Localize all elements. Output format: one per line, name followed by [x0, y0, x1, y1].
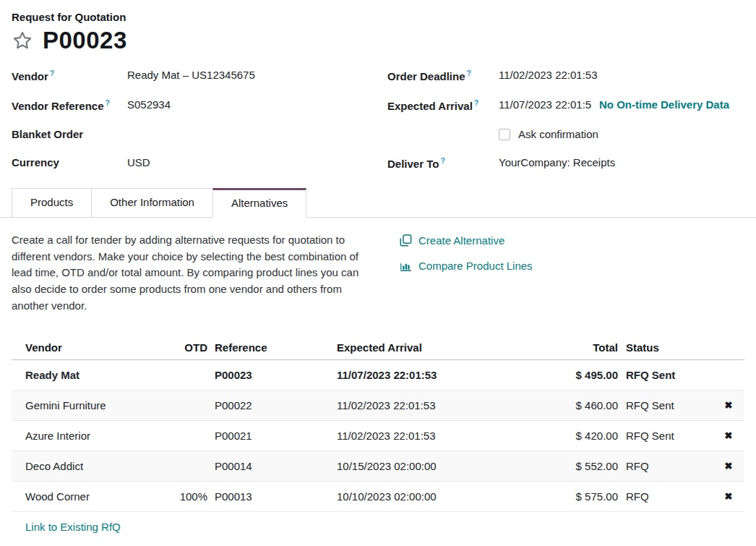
order-deadline-field[interactable]: 11/02/2023 22:01:53 [499, 69, 744, 98]
alternatives-actions: Create Alternative Compare Product Lines [400, 232, 533, 315]
table-row[interactable]: Deco Addict P00014 10/15/2023 02:00:00 $… [12, 451, 744, 482]
expected-arrival-value[interactable]: 11/07/2023 22:01:53 [499, 98, 592, 111]
blanket-order-label: Blanket Order [12, 128, 127, 156]
ask-confirmation-label: Ask confirmation [518, 128, 598, 140]
blanket-order-field[interactable] [127, 128, 387, 156]
ask-confirmation-checkbox[interactable] [499, 129, 510, 140]
notebook-tabs: Products Other Information Alternatives [0, 188, 756, 218]
vendor-label: Vendor? [12, 69, 127, 98]
table-row[interactable]: Ready Mat P00023 11/07/2023 22:01:53 $ 4… [12, 360, 744, 391]
table-row[interactable]: Azure Interior P00021 11/02/2023 22:01:5… [12, 421, 744, 451]
help-icon[interactable]: ? [50, 69, 54, 77]
create-alternative-button[interactable]: Create Alternative [400, 234, 533, 247]
vendor-field[interactable]: Ready Mat – US12345675 [127, 69, 387, 98]
remove-icon[interactable]: ✖ [713, 490, 744, 502]
copy-icon [400, 234, 412, 247]
vendor-reference-label: Vendor Reference? [12, 98, 127, 128]
currency-label: Currency [12, 156, 127, 186]
page-title: P00023 [43, 27, 127, 54]
deliver-to-label: Deliver To? [387, 156, 499, 186]
rfq-form: Request for Quotation P00023 Vendor? Rea… [0, 0, 756, 186]
help-icon[interactable]: ? [440, 156, 444, 165]
tab-other-information[interactable]: Other Information [91, 188, 213, 217]
col-header-reference[interactable]: Reference [207, 341, 330, 354]
tab-alternatives[interactable]: Alternatives [212, 188, 306, 218]
field-grid: Vendor? Ready Mat – US12345675 Order Dea… [12, 69, 744, 186]
tab-products[interactable]: Products [12, 188, 92, 217]
expected-arrival-label: Expected Arrival? [387, 98, 499, 128]
alternatives-table: Vendor OTD Reference Expected Arrival To… [12, 336, 744, 542]
remove-icon[interactable]: ✖ [713, 460, 744, 472]
table-row[interactable]: Gemini Furniture P00022 11/02/2023 22:01… [12, 391, 744, 421]
help-icon[interactable]: ? [106, 98, 110, 107]
bar-chart-icon [400, 260, 412, 272]
table-footer: Link to Existing RfQ [12, 512, 744, 542]
alternatives-description: Create a call for tender by adding alter… [12, 232, 379, 315]
title-row: P00023 [12, 27, 744, 54]
currency-field[interactable]: USD [127, 156, 387, 186]
expected-arrival-field: 11/07/2023 22:01:53 No On-time Delivery … [499, 98, 744, 128]
compare-product-lines-button[interactable]: Compare Product Lines [400, 260, 533, 272]
col-header-expected-arrival[interactable]: Expected Arrival [330, 341, 517, 354]
table-row[interactable]: Wood Corner 100% P00013 10/10/2023 02:00… [12, 482, 744, 512]
link-to-existing-rfq-link[interactable]: Link to Existing RfQ [25, 521, 121, 533]
col-header-total[interactable]: Total [517, 341, 618, 354]
alternatives-tab-content: Create a call for tender by adding alter… [0, 218, 756, 315]
create-alternative-label: Create Alternative [418, 234, 504, 247]
document-type-label: Request for Quotation [12, 11, 744, 23]
deliver-to-field[interactable]: YourCompany: Receipts [499, 156, 744, 186]
vendor-reference-field[interactable]: S052934 [127, 98, 387, 128]
help-icon[interactable]: ? [474, 98, 478, 107]
help-icon[interactable]: ? [467, 69, 471, 77]
table-header-row: Vendor OTD Reference Expected Arrival To… [12, 336, 744, 360]
favorite-star-icon[interactable] [12, 30, 33, 51]
col-header-status[interactable]: Status [618, 341, 713, 354]
remove-icon[interactable]: ✖ [713, 399, 744, 411]
remove-icon[interactable]: ✖ [713, 430, 744, 441]
order-deadline-label: Order Deadline? [387, 69, 499, 98]
ask-confirmation-field: Ask confirmation [499, 128, 744, 156]
col-header-vendor[interactable]: Vendor [12, 341, 174, 354]
no-otd-data-link[interactable]: No On-time Delivery Data [599, 98, 729, 111]
col-header-otd[interactable]: OTD [174, 341, 207, 354]
compare-product-lines-label: Compare Product Lines [418, 260, 533, 272]
